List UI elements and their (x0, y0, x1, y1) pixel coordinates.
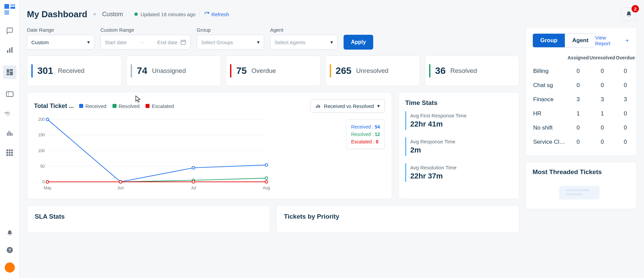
chart-legend: Received Resolved Escalated (79, 103, 174, 109)
table-row[interactable]: No shift000 (533, 121, 635, 135)
svg-point-59 (192, 180, 195, 183)
stat-value: 74 (137, 65, 147, 76)
time-label: Avg First Response Time (410, 113, 512, 118)
time-label: Avg Response Time (410, 139, 512, 144)
svg-point-51 (192, 166, 195, 169)
legend-escalated: Escalated (146, 103, 174, 109)
caret-down-icon: ▾ (87, 39, 90, 45)
app-logo (4, 3, 16, 16)
svg-rect-63 (566, 189, 589, 191)
sla-stats-panel: SLA Stats (27, 205, 270, 233)
time-value: 22hr 41m (410, 120, 512, 129)
stat-card[interactable]: 301 Received (27, 56, 122, 86)
svg-text:Aug: Aug (263, 186, 270, 190)
reports-icon[interactable] (5, 129, 14, 138)
stat-value: 265 (336, 65, 352, 76)
custom-range-input[interactable]: Start date → End date (100, 35, 191, 50)
svg-rect-17 (6, 149, 8, 151)
page-header: My Dashboard Custom Updated 18 minutes a… (27, 3, 637, 27)
caret-down-icon: ▾ (257, 39, 260, 45)
dashboard-icon[interactable] (3, 65, 17, 79)
stat-value: 301 (37, 65, 53, 76)
group-agent-toggle: Group Agent (533, 33, 595, 48)
updated-text: Updated 18 minutes ago (140, 11, 195, 17)
start-date-placeholder: Start date (105, 39, 127, 45)
table-row[interactable]: Billing000 (533, 64, 635, 78)
stat-card[interactable]: 265 Unresolved (325, 56, 420, 86)
agent-select[interactable]: Select Agents ▾ (270, 35, 337, 50)
legend-resolved: Resolved (112, 103, 140, 109)
svg-rect-23 (6, 154, 8, 156)
table-row[interactable]: Service Clo...000 (533, 135, 635, 149)
svg-rect-11 (6, 92, 13, 96)
caret-down-icon: ▾ (377, 103, 380, 109)
svg-rect-64 (566, 193, 583, 195)
live-dot-icon (134, 12, 138, 16)
svg-point-57 (46, 180, 49, 183)
legend-received: Received (79, 103, 106, 109)
time-stat-item: Avg Resolution Time22hr 37m (405, 163, 512, 182)
toggle-group[interactable]: Group (533, 34, 565, 47)
stat-label: Resolved (450, 67, 477, 75)
message-icon[interactable]: ••• (5, 109, 14, 118)
stat-bar (230, 64, 231, 78)
row-name: HR (533, 107, 567, 120)
svg-rect-62 (559, 186, 600, 199)
apply-button[interactable]: Apply (344, 35, 373, 50)
threaded-panel: Most Threaded Tickets (525, 162, 637, 209)
svg-text:100: 100 (38, 148, 45, 153)
apps-icon[interactable] (5, 148, 14, 157)
time-stats-panel: Time Stats Avg First Response Time22hr 4… (398, 92, 519, 199)
svg-text:200: 200 (38, 117, 45, 122)
stat-card[interactable]: 36 Resolved (425, 56, 519, 86)
toggle-agent[interactable]: Agent (565, 34, 595, 47)
bell-icon[interactable] (5, 229, 14, 238)
svg-rect-20 (6, 152, 8, 154)
stat-card[interactable]: 75 Overdue (226, 56, 320, 86)
avatar[interactable] (5, 262, 15, 273)
table-row[interactable]: Chat sg000 (533, 79, 635, 92)
svg-text:Jun: Jun (117, 186, 124, 190)
svg-text:50: 50 (40, 164, 45, 169)
time-stat-item: Avg Response Time2m (405, 137, 512, 156)
stat-card[interactable]: 74 Unassigned (126, 56, 221, 86)
group-table-panel: Group Agent View Report AssignedUnresolv… (525, 27, 637, 156)
stat-bar (330, 64, 331, 78)
table-header: Overdue (616, 55, 635, 64)
priority-panel: Tickets by Priority (276, 205, 519, 233)
svg-rect-34 (319, 105, 320, 108)
table-row[interactable]: HR110 (533, 107, 635, 120)
stat-label: Received (58, 67, 85, 75)
view-report-link[interactable]: View Report (595, 35, 630, 46)
svg-point-58 (119, 180, 122, 183)
panel-title: Time Stats (405, 99, 512, 107)
analytics-icon[interactable] (5, 46, 14, 55)
table-row[interactable]: Finance333 (533, 93, 635, 106)
stat-label: Unassigned (152, 67, 186, 75)
stat-bar (131, 64, 132, 78)
ticket-icon[interactable] (5, 90, 14, 99)
filter-bar: Date Range Custom ▾ Custom Range Start d… (27, 27, 519, 50)
date-range-select[interactable]: Custom ▾ (27, 35, 94, 50)
svg-rect-15 (10, 132, 11, 136)
stat-label: Overdue (252, 67, 276, 75)
chart-area[interactable]: 050100150200MayJunJulAug Received : 54 R… (34, 116, 385, 192)
time-value: 2m (410, 146, 512, 155)
svg-point-52 (265, 164, 268, 166)
notifications-button[interactable]: 2 (621, 7, 637, 21)
chart-type-select[interactable]: Received vs Resolved ▾ (310, 99, 385, 113)
svg-rect-0 (4, 4, 9, 9)
help-icon[interactable]: ? (5, 246, 14, 254)
svg-rect-14 (8, 131, 9, 136)
end-date-placeholder: End date (157, 39, 178, 45)
group-select[interactable]: Select Groups ▾ (197, 35, 264, 50)
dashboard-mode: Custom (102, 11, 123, 18)
svg-rect-33 (317, 105, 318, 108)
svg-rect-32 (316, 106, 317, 108)
chat-icon[interactable] (5, 26, 14, 35)
caret-down-icon: ▾ (330, 39, 333, 45)
page-title: My Dashboard (27, 9, 87, 20)
svg-text:0: 0 (42, 179, 45, 184)
stat-value: 75 (236, 65, 247, 76)
refresh-button[interactable]: Refresh (199, 11, 229, 17)
